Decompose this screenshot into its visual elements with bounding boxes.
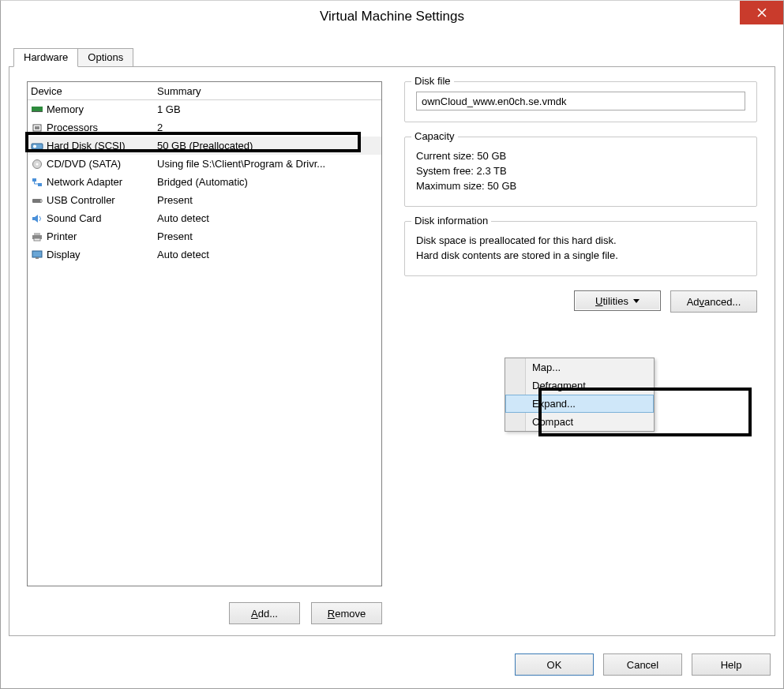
svg-rect-13	[34, 233, 40, 235]
group-title-diskfile: Disk file	[411, 75, 454, 87]
device-row-usb[interactable]: USB Controller Present	[28, 191, 381, 209]
device-name: Processors	[47, 122, 98, 133]
device-summary: Present	[157, 230, 381, 242]
svg-rect-14	[34, 238, 40, 241]
device-row-memory[interactable]: Memory 1 GB	[28, 100, 381, 118]
close-icon	[757, 8, 767, 17]
device-row-sound[interactable]: Sound Card Auto detect	[28, 209, 381, 227]
device-summary: Auto detect	[157, 249, 381, 260]
device-name: Network Adapter	[47, 176, 122, 188]
col-header-summary[interactable]: Summary	[157, 85, 381, 97]
menu-item-expand[interactable]: Expand...	[505, 395, 654, 413]
cancel-button[interactable]: Cancel	[603, 653, 682, 676]
svg-rect-15	[32, 251, 42, 257]
device-row-printer[interactable]: Printer Present	[28, 227, 381, 245]
device-list[interactable]: Device Summary Memory 1 GB Processors 2 …	[27, 81, 382, 586]
disk-info-line2: Hard disk contents are stored in a singl…	[416, 249, 745, 261]
menu-item-defragment[interactable]: Defragment	[505, 376, 654, 395]
svg-rect-0	[32, 107, 43, 111]
svg-point-5	[33, 144, 36, 148]
svg-point-7	[36, 163, 39, 165]
right-pane: Disk file Capacity Current size: 50 GB S…	[404, 81, 757, 586]
sound-icon	[31, 213, 43, 224]
device-row-harddisk[interactable]: Hard Disk (SCSI) 50 GB (Preallocated)	[28, 137, 381, 155]
current-size-value: 50 GB	[477, 150, 506, 162]
svg-rect-3	[35, 126, 39, 129]
device-name: USB Controller	[47, 194, 115, 206]
add-button[interactable]: Add...	[229, 602, 300, 624]
device-summary: Using file S:\Client\Program & Drivr...	[157, 158, 381, 170]
vm-settings-window: Virtual Machine Settings Hardware Option…	[0, 0, 784, 689]
tabstrip: Hardware Options	[13, 48, 133, 66]
printer-icon	[31, 231, 43, 242]
device-name: Hard Disk (SCSI)	[47, 140, 126, 152]
svg-rect-8	[32, 178, 36, 182]
advanced-button[interactable]: Advanced...	[670, 290, 757, 313]
dialog-footer: OK Cancel Help	[515, 653, 771, 676]
utilities-menu: Map... Defragment Expand... Compact	[505, 358, 655, 432]
disk-actions: Utilities Advanced...	[404, 290, 757, 313]
device-summary: Auto detect	[157, 212, 381, 224]
tab-options[interactable]: Options	[77, 48, 133, 66]
menu-item-compact[interactable]: Compact	[505, 413, 654, 431]
menu-item-map[interactable]: Map...	[505, 358, 654, 376]
device-name: Printer	[47, 230, 77, 242]
svg-rect-16	[36, 257, 39, 259]
device-buttons: Add... Remove	[27, 602, 382, 624]
usb-icon	[31, 195, 43, 206]
disk-info-line1: Disk space is preallocated for this hard…	[416, 234, 745, 246]
disk-file-input[interactable]	[416, 92, 745, 110]
window-title: Virtual Machine Settings	[320, 9, 464, 24]
close-button[interactable]	[740, 1, 783, 24]
harddisk-icon	[31, 140, 43, 152]
titlebar: Virtual Machine Settings	[1, 1, 783, 32]
max-size-value: 50 GB	[487, 180, 516, 192]
device-summary: Present	[157, 194, 381, 206]
group-diskfile: Disk file	[404, 81, 757, 122]
svg-rect-1	[32, 111, 43, 112]
device-summary: 1 GB	[157, 103, 381, 115]
cpu-icon	[31, 122, 43, 133]
device-name: Display	[47, 249, 81, 260]
group-title-capacity: Capacity	[411, 130, 458, 142]
device-summary: 2	[157, 122, 381, 133]
device-summary: Bridged (Automatic)	[157, 176, 381, 188]
device-row-network[interactable]: Network Adapter Bridged (Automatic)	[28, 173, 381, 191]
system-free-value: 2.3 TB	[477, 165, 507, 177]
network-icon	[31, 177, 43, 188]
ok-button[interactable]: OK	[515, 653, 594, 676]
chevron-down-icon	[633, 299, 640, 303]
device-row-display[interactable]: Display Auto detect	[28, 245, 381, 264]
system-free-label: System free:	[416, 165, 474, 177]
utilities-button[interactable]: Utilities	[574, 290, 661, 311]
tab-hardware[interactable]: Hardware	[13, 48, 78, 67]
group-title-diskinfo: Disk information	[411, 215, 491, 227]
cd-icon	[31, 159, 43, 170]
device-row-cddvd[interactable]: CD/DVD (SATA) Using file S:\Client\Progr…	[28, 155, 381, 173]
current-size-label: Current size:	[416, 150, 475, 162]
device-row-processors[interactable]: Processors 2	[28, 118, 381, 137]
display-icon	[31, 249, 43, 260]
max-size-label: Maximum size:	[416, 180, 485, 192]
col-header-device[interactable]: Device	[31, 85, 157, 97]
group-capacity: Capacity Current size: 50 GB System free…	[404, 137, 757, 207]
left-pane: Device Summary Memory 1 GB Processors 2 …	[27, 81, 382, 586]
device-name: Sound Card	[47, 212, 101, 224]
remove-button[interactable]: Remove	[311, 602, 382, 624]
memory-icon	[31, 104, 43, 115]
tabpanel-hardware: Device Summary Memory 1 GB Processors 2 …	[9, 66, 775, 636]
device-list-header: Device Summary	[28, 82, 381, 100]
help-button[interactable]: Help	[692, 653, 771, 676]
device-name: CD/DVD (SATA)	[47, 158, 121, 170]
group-diskinfo: Disk information Disk space is prealloca…	[404, 221, 757, 276]
device-name: Memory	[47, 103, 84, 115]
svg-rect-11	[40, 200, 43, 202]
device-summary: 50 GB (Preallocated)	[157, 140, 381, 152]
